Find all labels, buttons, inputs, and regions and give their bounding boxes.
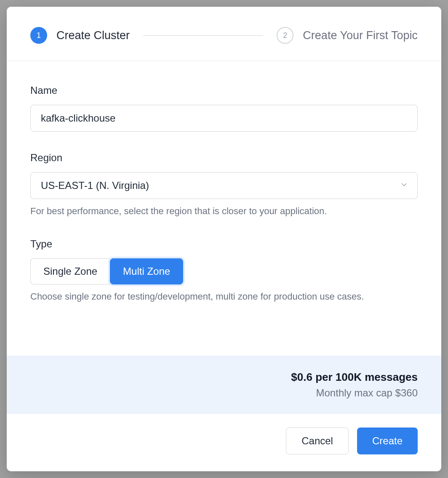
region-helper: For best performance, select the region … (30, 205, 418, 218)
cancel-button[interactable]: Cancel (286, 428, 349, 454)
pricing-banner: $0.6 per 100K messages Monthly max cap $… (7, 356, 441, 414)
field-name: Name (30, 85, 418, 132)
pricing-sub: Monthly max cap $360 (30, 387, 418, 399)
region-value: US-EAST-1 (N. Virginia) (41, 180, 149, 191)
modal-footer: Cancel Create (7, 414, 441, 471)
type-toggle-group: Single Zone Multi Zone (30, 258, 183, 284)
name-label: Name (30, 85, 418, 96)
stepper: 1 Create Cluster 2 Create Your First Top… (7, 7, 441, 61)
name-input[interactable] (30, 105, 418, 132)
step-label-2: Create Your First Topic (303, 29, 418, 42)
form-content: Name Region US-EAST-1 (N. Virginia) For … (7, 61, 441, 356)
step-number-2: 2 (277, 27, 293, 44)
field-type: Type Single Zone Multi Zone Choose singl… (30, 238, 418, 303)
field-region: Region US-EAST-1 (N. Virginia) For best … (30, 152, 418, 218)
step-connector (143, 35, 263, 36)
region-select[interactable]: US-EAST-1 (N. Virginia) (30, 172, 418, 199)
step-create-topic[interactable]: 2 Create Your First Topic (277, 27, 418, 44)
create-button[interactable]: Create (357, 428, 418, 454)
create-cluster-modal: 1 Create Cluster 2 Create Your First Top… (7, 7, 441, 471)
step-create-cluster[interactable]: 1 Create Cluster (30, 27, 130, 44)
step-number-1: 1 (30, 27, 47, 44)
step-label-1: Create Cluster (56, 29, 130, 42)
type-helper: Choose single zone for testing/developme… (30, 290, 418, 303)
pricing-main: $0.6 per 100K messages (30, 371, 418, 384)
type-label: Type (30, 238, 418, 250)
region-label: Region (30, 152, 418, 164)
type-multi-zone[interactable]: Multi Zone (110, 258, 183, 284)
type-single-zone[interactable]: Single Zone (30, 258, 110, 284)
